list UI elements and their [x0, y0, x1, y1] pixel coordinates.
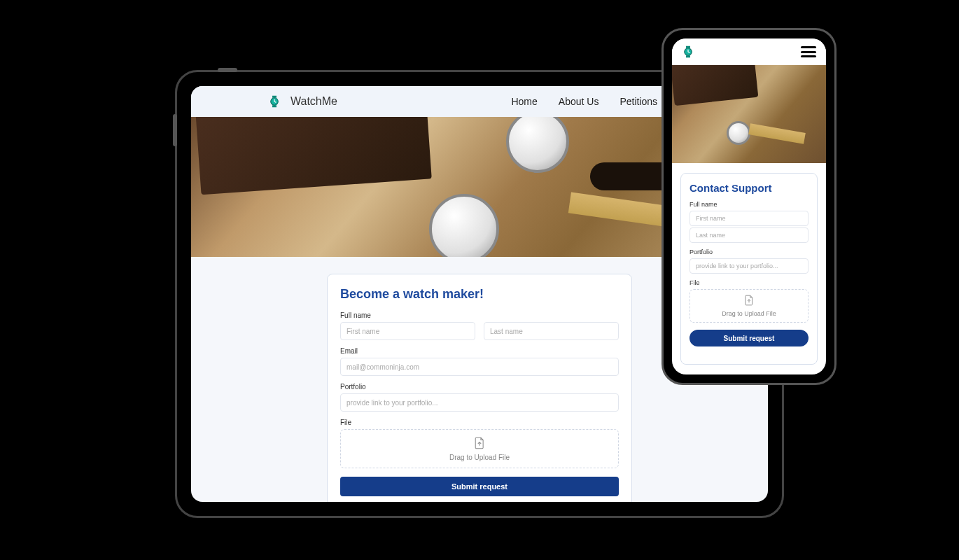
label-portfolio: Portfolio	[690, 248, 808, 255]
file-dropzone[interactable]: Drag to Upload File	[340, 429, 619, 468]
brand-name: WatchMe	[290, 95, 337, 108]
hero-wood-block	[672, 65, 758, 106]
first-name-input[interactable]: First name	[340, 322, 475, 340]
watch-icon[interactable]	[682, 46, 694, 58]
phone-hero-image	[672, 65, 826, 163]
nav-home[interactable]: Home	[511, 96, 537, 107]
dropzone-text: Drag to Upload File	[449, 454, 510, 461]
hero-pocketwatch-1	[429, 194, 499, 257]
brand-logo[interactable]: WatchMe	[268, 95, 337, 108]
upload-icon	[474, 437, 485, 451]
submit-button[interactable]: Submit request	[690, 330, 808, 346]
hero-pocketwatch-2	[506, 117, 569, 173]
tablet-volume-button	[173, 114, 177, 146]
nav-petitions[interactable]: Petitions	[620, 96, 657, 107]
label-email: Email	[340, 347, 619, 355]
email-input[interactable]: mail@commoninja.com	[340, 358, 619, 376]
last-name-input[interactable]: Last name	[484, 322, 619, 340]
phone-device: Contact Support Full name First name Las…	[662, 28, 836, 385]
tablet-power-button	[218, 68, 237, 72]
hamburger-menu-icon[interactable]	[801, 46, 816, 57]
label-fullname: Full name	[690, 201, 808, 208]
signup-form-card: Become a watch maker! Full name First na…	[327, 274, 632, 502]
hero-wood-block	[195, 117, 432, 195]
label-file: File	[340, 419, 619, 426]
submit-button[interactable]: Submit request	[340, 477, 619, 496]
dropzone-text: Drag to Upload File	[722, 310, 776, 317]
form-title: Contact Support	[690, 182, 808, 194]
phone-screen: Contact Support Full name First name Las…	[672, 38, 826, 374]
label-portfolio: Portfolio	[340, 383, 619, 391]
phone-header	[672, 38, 826, 65]
first-name-input[interactable]: First name	[690, 211, 808, 226]
portfolio-input[interactable]: provide link to your portfolio...	[690, 258, 808, 274]
contact-form-card: Contact Support Full name First name Las…	[680, 173, 818, 365]
hero-pocketwatch	[727, 121, 750, 145]
label-fullname: Full name	[340, 312, 619, 319]
form-title: Become a watch maker!	[340, 287, 619, 302]
watch-icon	[268, 95, 281, 108]
hero-ruler	[748, 123, 806, 144]
upload-icon	[744, 295, 754, 307]
last-name-input[interactable]: Last name	[690, 227, 808, 243]
nav-about[interactable]: About Us	[559, 96, 599, 107]
file-dropzone[interactable]: Drag to Upload File	[690, 289, 808, 323]
portfolio-input[interactable]: provide link to your portfolio...	[340, 393, 619, 412]
label-file: File	[690, 279, 808, 286]
